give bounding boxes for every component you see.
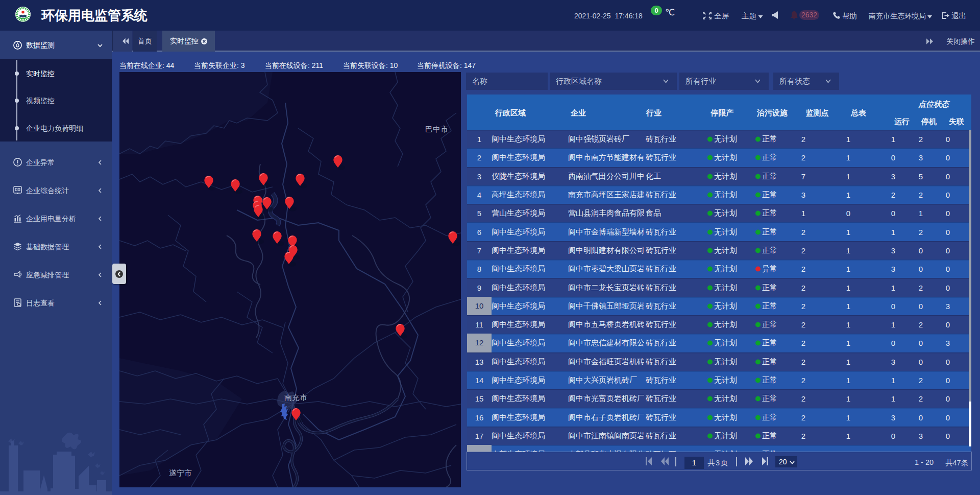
svg-text:南充市: 南充市 bbox=[284, 393, 307, 402]
svg-text:巴中市: 巴中市 bbox=[425, 125, 448, 133]
svg-text:遂宁市: 遂宁市 bbox=[169, 468, 192, 477]
